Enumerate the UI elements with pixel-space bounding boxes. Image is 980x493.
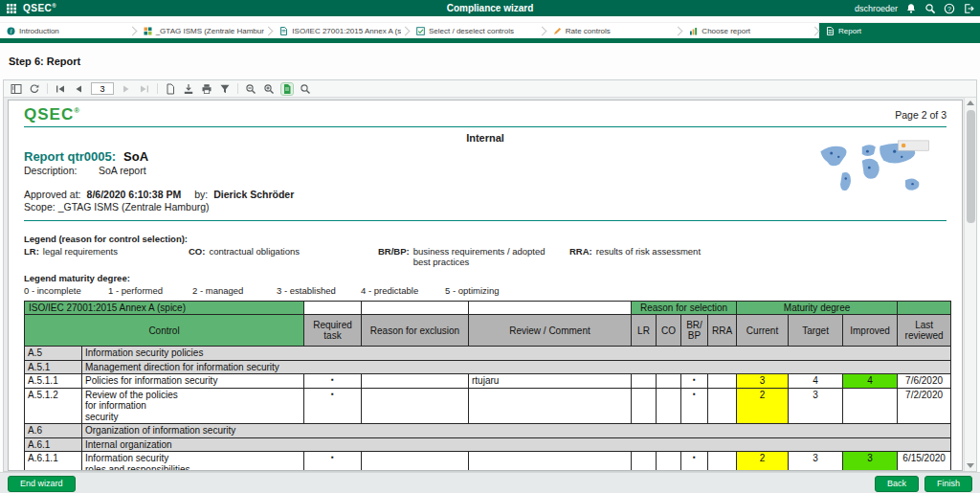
choose-report-step-icon [689,27,698,35]
section-title: Organization of information security [82,424,951,438]
control-title: Review of the policies for information s… [82,388,304,424]
improved-cell: 3 [843,452,898,472]
info-divider [24,220,947,221]
filter-icon[interactable] [219,83,231,95]
lr-cell [632,374,657,389]
current-cell: 3 [737,374,789,389]
wizard-step-select-controls[interactable]: Select / deselect controls [410,23,538,38]
scrollbar-thumb[interactable] [967,110,975,223]
comment-cell [469,452,632,472]
comment-cell [469,388,632,424]
current-cell: 2 [737,452,789,472]
exclusion-cell [362,388,469,424]
lr-header: LR [632,315,657,347]
last-page-icon[interactable] [139,83,150,95]
maturity-level-2: 2 - managed [192,285,277,296]
report-approved-line: Approved at:8/6/2020 6:10:38 PMby:Dieric… [24,189,947,200]
section-title: Internal organization [82,437,951,452]
wizard-step-choose-report[interactable]: Choose report [682,23,811,38]
step-separator-chevron [811,26,820,35]
page-number-input[interactable] [91,82,114,95]
scope-step-icon [144,27,152,35]
target-header: Target [789,315,843,347]
improved-cell [843,388,898,424]
report-step-icon [826,27,835,35]
step-separator-chevron [401,26,411,35]
empty-header-cell [304,302,362,315]
legend-maturity-row: 0 - incomplete 1 - performed 2 - managed… [24,285,947,296]
notifications-bell-icon[interactable] [905,3,917,14]
search-toolbar-icon[interactable] [300,83,311,95]
wizard-step-standard[interactable]: ISO/IEC 27001:2015 Annex A (spice) [273,23,401,38]
wizard-step-introduction[interactable]: i Introduction [0,23,128,38]
legend-reason-row: LR:legal requirements CO:contractual obl… [24,246,947,267]
control-code: A.6 [25,424,82,438]
soa-table: ISO/IEC 27001:2015 Annex A (spice) Reaso… [24,301,951,471]
header-divider [24,126,947,127]
standard-group-header: ISO/IEC 27001:2015 Annex A (spice) [25,302,304,315]
improved-cell: 4 [843,374,898,389]
print-preview-toggle-icon[interactable] [281,83,293,95]
logout-icon[interactable] [963,3,974,14]
zoom-in-icon[interactable] [263,83,275,95]
user-name[interactable]: dschroeder [855,4,898,13]
first-page-icon[interactable] [55,83,66,95]
legend-item-rra: RRA:results of risk assessment [569,246,701,267]
control-column-header: Control [25,315,304,347]
last-reviewed-cell: 6/15/2020 [898,452,951,472]
brbp-header: BR/ BP [681,315,708,347]
zoom-out-icon[interactable] [245,83,256,95]
finish-button[interactable]: Finish [924,476,972,492]
table-column-header-row: Control Required task Reason for exclusi… [25,315,951,347]
wizard-step-scope[interactable]: _GTAG ISMS (Zentrale Hamburg) [137,23,265,38]
scroll-down-arrow[interactable] [967,463,974,468]
back-button[interactable]: Back [875,476,919,492]
exclusion-cell [362,452,469,472]
exclusion-header: Reason for exclusion [362,315,469,347]
approved-datetime: 8/6/2020 6:10:38 PM [87,189,182,200]
section-row: A.5Information security policies [25,347,951,361]
page-setup-icon[interactable] [165,83,176,95]
approved-by: Dierick Schröder [213,189,294,200]
co-cell [657,374,681,389]
maturity-level-0: 0 - incomplete [24,285,108,296]
report-title: Report qtr0005:SoA [24,149,947,164]
search-icon[interactable] [924,3,936,14]
target-cell: 3 [789,452,843,472]
toolbar-separator [157,83,158,94]
required-task-cell: ▪ [304,452,362,472]
empty-green-header-cell [898,302,951,315]
app-logo[interactable]: QSEC® [23,3,56,13]
next-page-icon[interactable] [121,83,132,95]
report-viewer: QSEC® Page 2 of 3 Internal Report qtr000… [3,79,977,472]
maturity-level-3: 3 - established [277,285,361,296]
empty-header-cell [362,302,469,315]
brbp-cell: ▪ [681,452,708,472]
report-scope-line: Scope: _GTAG ISMS (Zentrale Hamburg) [24,201,947,213]
report-title-label: Report qtr0005: [24,149,116,164]
wizard-step-rate-controls[interactable]: Rate controls [546,23,675,38]
print-icon[interactable] [201,83,212,95]
prev-page-icon[interactable] [73,83,84,95]
wizard-step-report[interactable]: Report [819,23,980,38]
control-row: A.6.1.1Information security roles and re… [25,452,951,472]
lr-cell [632,388,657,424]
report-title-value: SoA [123,149,148,164]
maturity-level-4: 4 - predictable [361,285,445,296]
export-icon[interactable] [183,83,194,95]
top-bar: QSEC® Compliance wizard dschroeder ? [0,0,980,16]
document-map-icon[interactable] [11,83,22,95]
control-code: A.5.1 [25,360,82,374]
section-title: Information security policies [82,347,951,361]
apps-grid-icon[interactable] [6,3,17,14]
introduction-step-icon: i [7,27,15,35]
legend-item-lr: LR:legal requirements [24,246,189,267]
help-icon[interactable]: ? [944,3,955,14]
world-map-image [813,139,935,202]
comment-header: Review / Comment [469,315,632,347]
vertical-scrollbar[interactable] [964,98,976,471]
refresh-icon[interactable] [29,83,40,95]
scroll-up-arrow[interactable] [967,101,974,105]
current-cell: 2 [737,388,789,424]
end-wizard-button[interactable]: End wizard [8,476,76,492]
